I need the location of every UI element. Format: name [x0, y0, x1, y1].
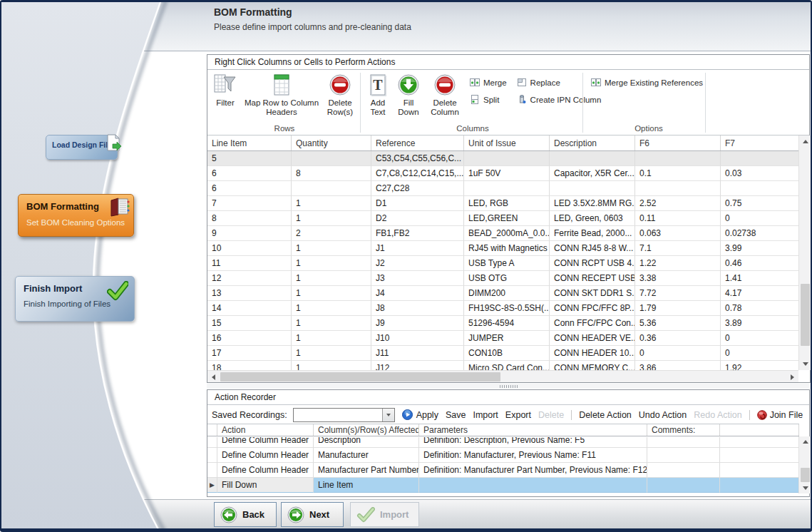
grid-cell[interactable]: J8 — [371, 301, 464, 316]
grid-cell[interactable]: 0.1 — [635, 166, 721, 181]
split-button[interactable]: Split — [470, 93, 507, 106]
undo-action-button[interactable]: Undo Action — [639, 410, 687, 420]
grid-cell[interactable]: FH19SC-8S-0.5SH(... — [464, 301, 550, 316]
grid-cell[interactable]: 7 — [207, 196, 292, 211]
grid-cell[interactable]: 1 — [292, 346, 371, 361]
map-row-to-column-headers-button[interactable]: Map Row to Column Headers — [242, 73, 322, 117]
table-row[interactable]: 101J1RJ45 with MagneticsCONN RJ45 8-8 W.… — [207, 241, 799, 256]
grid-cell[interactable]: 11 — [207, 256, 292, 271]
grid-cell[interactable]: CON10B — [464, 346, 550, 361]
grid-cell[interactable]: DIMM200 — [464, 286, 550, 301]
grid-cell[interactable]: FB1,FB2 — [371, 226, 464, 241]
grid-cell[interactable]: 0.36 — [635, 331, 721, 346]
grid-cell[interactable]: 14 — [207, 301, 292, 316]
grid-cell[interactable]: 1.41 — [721, 271, 799, 286]
grid-cell[interactable]: 5 — [207, 151, 292, 166]
back-button[interactable]: Back — [214, 502, 277, 527]
action-cell[interactable] — [720, 437, 799, 448]
grid-cell[interactable]: D2 — [371, 211, 464, 226]
action-row[interactable]: Define Column HeaderManufacturer Part Nu… — [207, 463, 799, 478]
grid-cell[interactable]: 5.36 — [635, 316, 721, 331]
column-header[interactable]: Quantity — [292, 135, 371, 150]
grid-cell[interactable]: JUMPER — [464, 331, 550, 346]
row-indicator[interactable]: ▶ — [207, 478, 217, 493]
grid-cell[interactable]: 1 — [292, 241, 371, 256]
grid-cell[interactable]: LED, Green, 0603 — [550, 211, 635, 226]
grid-vertical-scrollbar[interactable] — [798, 135, 811, 370]
action-cell[interactable]: Definition: Manufacturer, Previous Name:… — [419, 448, 647, 463]
grid-cell[interactable]: 1 — [292, 301, 371, 316]
column-header[interactable]: Column(s)/Row(s) Affected — [314, 424, 419, 436]
grid-cell[interactable]: 3.99 — [721, 241, 799, 256]
delete-column-button[interactable]: Delete Column — [427, 73, 463, 117]
import-recording-button[interactable]: Import — [473, 410, 498, 420]
action-cell[interactable]: Define Column Header — [217, 448, 314, 463]
grid-cell[interactable]: 1 — [292, 211, 371, 226]
grid-cell[interactable]: 6 — [207, 181, 292, 196]
grid-cell[interactable]: 18 — [207, 361, 292, 370]
grid-cell[interactable]: 7.1 — [635, 241, 721, 256]
action-cell[interactable] — [720, 448, 799, 463]
grid-cell[interactable]: C53,C54,C55,C56,C... — [371, 151, 464, 166]
replace-button[interactable]: Replace — [517, 76, 602, 88]
grid-cell[interactable]: CONN SKT DDR1 S... — [550, 286, 635, 301]
create-ipn-column-button[interactable]: Create IPN Column — [517, 93, 602, 106]
grid-cell[interactable]: CONN RECEPT USB... — [550, 271, 635, 286]
action-cell[interactable] — [647, 463, 720, 478]
grid-cell[interactable]: 1.22 — [635, 256, 721, 271]
column-header[interactable]: Parameters — [419, 424, 647, 436]
grid-cell[interactable]: 1.92 — [721, 361, 799, 370]
grid-cell[interactable]: 0.78 — [721, 301, 799, 316]
grid-cell[interactable]: C7,C8,C12,C14,C15,... — [371, 166, 464, 181]
grid-cell[interactable]: 3.89 — [721, 316, 799, 331]
grid-cell[interactable]: 1 — [292, 361, 371, 370]
join-file-button[interactable]: Join File — [770, 410, 803, 420]
grid-cell[interactable]: J1 — [371, 241, 464, 256]
table-row[interactable]: 81D2LED,GREENLED, Green, 06030.110 — [207, 211, 799, 226]
grid-cell[interactable]: 3.86 — [635, 361, 721, 370]
grid-cell[interactable]: 1 — [292, 331, 371, 346]
grid-cell[interactable]: Conn FFC/FPC Con... — [550, 316, 635, 331]
grid-cell[interactable]: 0.063 — [635, 226, 721, 241]
grid-cell[interactable]: LED,GREEN — [464, 211, 550, 226]
grid-horizontal-scrollbar[interactable] — [207, 370, 798, 382]
table-row[interactable]: 151J951296-4594Conn FFC/FPC Con...5.363.… — [207, 316, 799, 331]
grid-cell[interactable]: J4 — [371, 286, 464, 301]
action-cell[interactable]: Definition: Description, Previous Name: … — [419, 437, 647, 448]
grid-cell[interactable]: 17 — [207, 346, 292, 361]
grid-cell[interactable]: CONN RCPT USB 4... — [550, 256, 635, 271]
redo-action-button[interactable]: Redo Action — [694, 410, 741, 420]
grid-cell[interactable]: 0.75 — [721, 196, 799, 211]
import-button[interactable]: Import — [350, 502, 419, 527]
sidebar-step-load-design-files[interactable]: Load Design Files — [46, 135, 118, 160]
grid-cell[interactable]: 1uF 50V — [464, 166, 550, 181]
grid-cell[interactable]: Ferrite Bead, 2000... — [550, 226, 635, 241]
action-cell[interactable]: Manufacturer Part Number — [314, 463, 419, 478]
sidebar-step-finish-import[interactable]: Finish Import Finish Importing of Files — [15, 276, 135, 322]
grid-cell[interactable]: 1 — [292, 196, 371, 211]
grid-cell[interactable]: 0.46 — [721, 256, 799, 271]
grid-cell[interactable] — [292, 181, 371, 196]
column-header[interactable]: Reference — [371, 135, 464, 150]
merge-button[interactable]: Merge — [470, 76, 507, 88]
export-recording-button[interactable]: Export — [505, 410, 531, 420]
action-row[interactable]: Define Column HeaderDescriptionDefinitio… — [207, 437, 799, 448]
grid-cell[interactable]: CONN HEADER VE... — [550, 331, 635, 346]
table-row[interactable]: 181J12Micro SD Card Con...CONN MEMORY C.… — [207, 361, 799, 370]
grid-cell[interactable] — [464, 151, 550, 166]
grid-cell[interactable] — [635, 151, 721, 166]
grid-cell[interactable] — [292, 151, 371, 166]
grid-cell[interactable] — [550, 151, 635, 166]
save-recording-button[interactable]: Save — [446, 410, 466, 420]
add-text-button[interactable]: T Add Text — [366, 73, 390, 117]
grid-cell[interactable]: 2.52 — [635, 196, 721, 211]
grid-cell[interactable]: 13 — [207, 286, 292, 301]
grid-cell[interactable]: 0 — [635, 346, 721, 361]
column-header[interactable]: Action — [217, 424, 314, 436]
row-indicator[interactable] — [207, 448, 217, 463]
grid-cell[interactable]: 12 — [207, 271, 292, 286]
grid-cell[interactable]: USB OTG — [464, 271, 550, 286]
grid-cell[interactable]: J10 — [371, 331, 464, 346]
action-cell[interactable] — [720, 478, 799, 493]
grid-cell[interactable]: J9 — [371, 316, 464, 331]
